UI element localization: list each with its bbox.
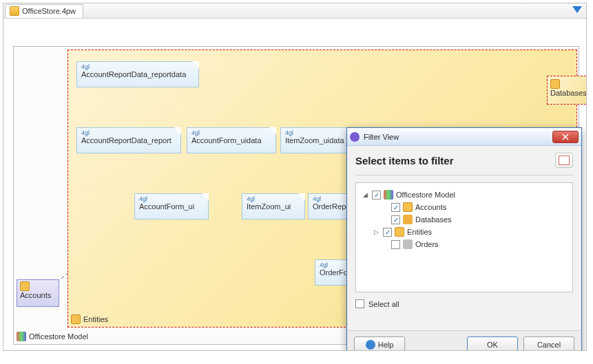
tree-row-orders[interactable]: Orders — [360, 238, 568, 250]
node-label: AccountReportData_report — [81, 136, 176, 144]
list-icon — [559, 156, 570, 165]
separator — [355, 175, 573, 175]
databases-label: Databases — [550, 89, 586, 97]
tree-row-root[interactable]: ◢ Officestore Model — [360, 189, 568, 201]
expand-icon[interactable]: ▷ — [373, 228, 380, 236]
model-icon — [384, 190, 393, 200]
checkbox[interactable] — [391, 203, 400, 212]
button-label: Help — [378, 341, 394, 349]
options-button[interactable] — [555, 153, 573, 168]
dialog-body: Select items to filter ◢ Officestore Mod… — [347, 146, 581, 308]
tab-bar: OfficeStore.4pw — [3, 3, 586, 19]
file-icon — [10, 6, 19, 16]
folder-icon — [71, 314, 81, 324]
model-label: Officestore Model — [29, 332, 88, 341]
databases-package[interactable]: Databases — [547, 76, 586, 105]
tree-row-databases[interactable]: Databases — [360, 213, 568, 226]
checkbox[interactable] — [383, 228, 392, 237]
folder-icon — [550, 79, 560, 89]
dialog-footer: Help OK Cancel — [347, 330, 581, 350]
help-button[interactable]: Help — [354, 336, 405, 351]
folder-icon — [20, 281, 30, 291]
tree-label: Databases — [415, 215, 452, 224]
entities-label-row: Entities — [71, 314, 108, 324]
model-icon — [17, 332, 26, 341]
spacer — [381, 204, 388, 211]
tree-label: Orders — [415, 240, 439, 248]
node-label: AccountReportData_reportdata — [81, 70, 194, 78]
button-label: OK — [487, 341, 498, 349]
select-all-row[interactable]: Select all — [355, 299, 573, 308]
entities-label: Entities — [83, 315, 108, 323]
accounts-label: Accounts — [20, 291, 56, 299]
close-button[interactable] — [552, 131, 579, 143]
dialog-titlebar[interactable]: Filter View — [347, 128, 581, 146]
tree-label: Entities — [407, 228, 432, 236]
collapse-icon[interactable]: ◢ — [362, 191, 369, 199]
node-label: AccountForm_ui — [139, 202, 204, 211]
select-all-checkbox[interactable] — [355, 299, 364, 308]
node-label: AccountForm_uidata — [191, 136, 271, 144]
help-icon — [366, 340, 375, 350]
folder-icon — [403, 202, 413, 212]
button-label: Cancel — [537, 341, 561, 349]
node-accountform-uidata[interactable]: 4gl AccountForm_uidata — [187, 127, 276, 153]
tree-row-entities[interactable]: ▷ Entities — [360, 226, 568, 238]
node-itemzoom-ui[interactable]: 4gl ItemZoom_ui — [242, 193, 305, 220]
editor-window: OfficeStore.4pw — [3, 3, 587, 351]
node-label: ItemZoom_uidata — [285, 136, 351, 144]
dialog-heading: Select items to filter — [355, 155, 454, 167]
tree-row-accounts[interactable]: Accounts — [360, 201, 568, 213]
model-label-row: Officestore Model — [17, 332, 88, 341]
dialog-title: Filter View — [364, 133, 552, 141]
dropdown-icon[interactable] — [572, 6, 582, 13]
close-icon — [561, 133, 570, 140]
filter-tree[interactable]: ◢ Officestore Model Accounts — [355, 182, 573, 292]
node-accountreportdata-reportdata[interactable]: 4gl AccountReportData_reportdata — [76, 61, 199, 87]
checkbox[interactable] — [391, 240, 400, 249]
checkbox[interactable] — [391, 215, 400, 224]
tree-label: Accounts — [415, 203, 446, 211]
checkbox[interactable] — [372, 191, 381, 200]
tree-label: Officestore Model — [396, 191, 455, 199]
database-icon — [403, 215, 413, 224]
node-accountreportdata-report[interactable]: 4gl AccountReportData_report — [76, 127, 181, 153]
node-itemzoom-uidata[interactable]: 4gl ItemZoom_uidata — [280, 127, 356, 153]
filter-view-dialog: Filter View Select items to filter ◢ — [346, 127, 582, 350]
select-all-label: Select all — [368, 300, 399, 308]
node-accountform-ui[interactable]: 4gl AccountForm_ui — [134, 193, 209, 220]
spacer — [381, 216, 388, 224]
accounts-package[interactable]: Accounts — [17, 279, 59, 307]
node-label: ItemZoom_ui — [247, 202, 300, 211]
spacer — [381, 241, 388, 248]
app-icon — [350, 132, 360, 142]
package-icon — [403, 239, 413, 249]
folder-icon — [395, 227, 404, 237]
cancel-button[interactable]: Cancel — [523, 336, 574, 351]
diagram-canvas[interactable]: Accounts 4gl AccountReportData_reportdat… — [3, 19, 586, 350]
tab-officestore[interactable]: OfficeStore.4pw — [5, 4, 83, 18]
ok-button[interactable]: OK — [467, 336, 518, 351]
tab-title: OfficeStore.4pw — [22, 7, 76, 15]
